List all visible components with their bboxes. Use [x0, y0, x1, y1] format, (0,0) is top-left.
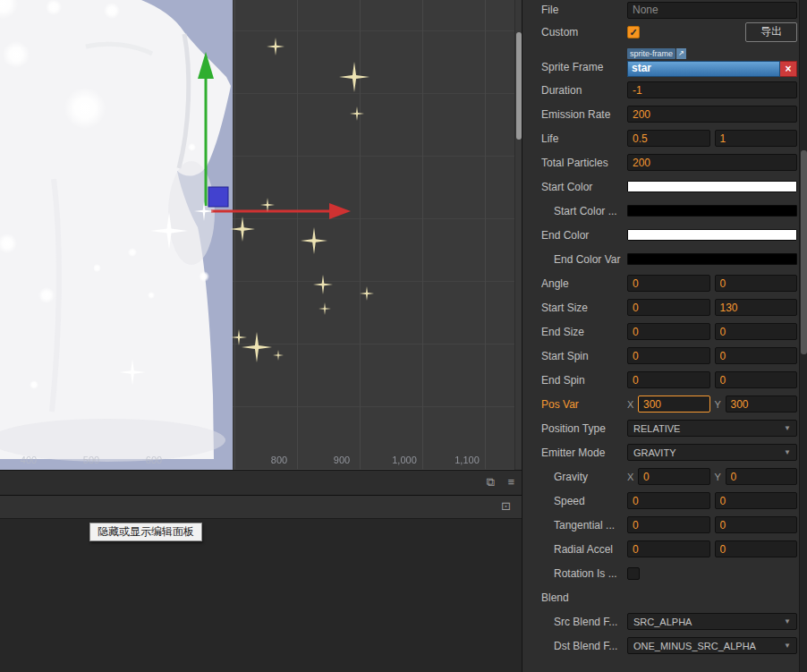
pos-var-label: Pos Var	[541, 398, 627, 411]
ruler-label: 900	[334, 455, 350, 465]
custom-checkbox[interactable]: ✓	[627, 26, 640, 38]
chevron-down-icon: ▼	[784, 448, 791, 456]
row-start-spin: Start Spin	[522, 344, 800, 368]
chevron-down-icon: ▼	[784, 642, 791, 650]
end-spin-label: End Spin	[541, 374, 627, 387]
custom-label: Custom	[541, 26, 627, 38]
blend-section-label: Blend	[541, 591, 627, 604]
dst-blend-select[interactable]: ONE_MINUS_SRC_ALPHA ▼	[627, 637, 797, 654]
position-type-select[interactable]: RELATIVE ▼	[627, 420, 797, 437]
angle-var-input[interactable]	[715, 275, 798, 292]
sprite-frame-type-badge[interactable]: sprite-frame	[627, 48, 675, 59]
check-icon: ✓	[629, 27, 637, 38]
row-emission-rate: Emission Rate	[522, 102, 800, 126]
inspector-scrollbar[interactable]	[799, 0, 807, 672]
life-var-input[interactable]	[715, 130, 798, 147]
start-spin-var-input[interactable]	[715, 347, 798, 364]
row-total-particles: Total Particles	[522, 150, 800, 174]
speed-label: Speed	[541, 495, 627, 507]
x-axis-label: X	[627, 472, 633, 482]
gizmo-xy-handle[interactable]	[208, 187, 228, 207]
file-input[interactable]	[627, 2, 797, 19]
row-start-color-var: Start Color ...	[522, 199, 800, 223]
panel-toggle-tooltip: 隐藏或显示编辑面板	[89, 523, 202, 541]
speed-var-input[interactable]	[715, 492, 798, 509]
inspector-scrollbar-thumb[interactable]	[801, 150, 807, 354]
gravity-x-input[interactable]	[638, 468, 710, 485]
row-angle: Angle	[522, 271, 800, 295]
duration-label: Duration	[541, 84, 627, 97]
end-color-swatch[interactable]	[627, 229, 797, 241]
float-panel-icon[interactable]: ⧉	[487, 475, 495, 489]
emission-rate-input[interactable]	[627, 106, 797, 123]
row-custom: Custom ✓ 导出	[522, 20, 800, 44]
start-color-swatch[interactable]	[627, 181, 797, 192]
scene-view[interactable]: 4005006008009001,0001,100	[0, 0, 514, 470]
y-axis-label: Y	[715, 472, 721, 482]
row-speed: Speed	[522, 489, 800, 513]
src-blend-value: SRC_ALPHA	[633, 617, 692, 627]
x-axis-label: X	[627, 399, 633, 410]
row-gravity: Gravity X Y	[522, 464, 800, 489]
row-sprite-frame: Sprite Frame sprite-frame ↗ star ×	[522, 44, 800, 78]
row-radial-accel: Radial Accel	[522, 537, 800, 561]
inspector-panel: File Custom ✓ 导出 Sprite Frame sprite-fra…	[522, 0, 807, 672]
row-emitter-mode: Emitter Mode GRAVITY ▼	[522, 440, 800, 464]
src-blend-select[interactable]: SRC_ALPHA ▼	[627, 613, 797, 630]
end-spin-input[interactable]	[627, 371, 710, 388]
row-end-size: End Size	[522, 319, 800, 344]
position-type-label: Position Type	[541, 422, 627, 435]
end-color-var-swatch[interactable]	[627, 253, 797, 265]
export-button[interactable]: 导出	[745, 22, 797, 42]
end-color-var-label: End Color Var	[541, 253, 627, 266]
transform-gizmo	[0, 0, 514, 470]
row-blend-section: Blend	[522, 585, 800, 609]
end-size-var-input[interactable]	[715, 323, 798, 340]
row-end-color-var: End Color Var	[522, 247, 800, 271]
row-tangential: Tangential ...	[522, 513, 800, 537]
start-spin-label: Start Spin	[541, 350, 627, 362]
pos-var-y-input[interactable]	[726, 396, 798, 413]
popout-panel-icon[interactable]: ⊡	[501, 499, 511, 514]
remove-asset-button[interactable]: ×	[780, 61, 797, 77]
radial-accel-input[interactable]	[627, 540, 710, 557]
end-spin-var-input[interactable]	[715, 371, 798, 388]
duration-input[interactable]	[627, 81, 797, 98]
end-size-input[interactable]	[627, 323, 710, 340]
rotation-is-checkbox[interactable]	[627, 567, 640, 580]
angle-label: Angle	[541, 277, 627, 290]
start-size-var-input[interactable]	[715, 299, 798, 316]
speed-input[interactable]	[627, 492, 710, 509]
src-blend-label: Src Blend F...	[541, 616, 627, 628]
external-link-icon[interactable]: ↗	[676, 48, 686, 59]
tangential-var-input[interactable]	[715, 516, 798, 533]
rotation-is-label: Rotation Is ...	[541, 567, 627, 580]
tangential-input[interactable]	[627, 516, 710, 533]
life-input[interactable]	[627, 130, 710, 147]
gizmo-y-arrow[interactable]	[198, 52, 214, 79]
gravity-label: Gravity	[541, 471, 627, 483]
start-size-input[interactable]	[627, 299, 710, 316]
y-axis-label: Y	[715, 399, 721, 410]
ruler-label: 1,000	[392, 455, 417, 465]
radial-accel-label: Radial Accel	[541, 543, 627, 556]
row-start-size: Start Size	[522, 295, 800, 319]
ruler-label: 500	[83, 455, 99, 465]
start-spin-input[interactable]	[627, 347, 710, 364]
radial-accel-var-input[interactable]	[715, 540, 798, 557]
start-color-var-swatch[interactable]	[627, 205, 797, 217]
total-particles-input[interactable]	[627, 154, 797, 171]
pos-var-x-input[interactable]	[638, 396, 710, 413]
panel-menu-icon[interactable]: ≡	[507, 475, 514, 489]
angle-input[interactable]	[627, 275, 710, 292]
position-type-value: RELATIVE	[633, 423, 680, 434]
sprite-frame-asset[interactable]: star	[627, 61, 780, 77]
total-particles-label: Total Particles	[541, 157, 627, 169]
row-end-spin: End Spin	[522, 368, 800, 392]
gravity-y-input[interactable]	[726, 468, 798, 485]
row-position-type: Position Type RELATIVE ▼	[522, 416, 800, 440]
scene-scrollbar[interactable]	[514, 0, 522, 470]
emitter-mode-select[interactable]: GRAVITY ▼	[627, 444, 797, 461]
gizmo-x-arrow[interactable]	[329, 203, 351, 219]
row-dst-blend: Dst Blend F... ONE_MINUS_SRC_ALPHA ▼	[522, 634, 800, 658]
